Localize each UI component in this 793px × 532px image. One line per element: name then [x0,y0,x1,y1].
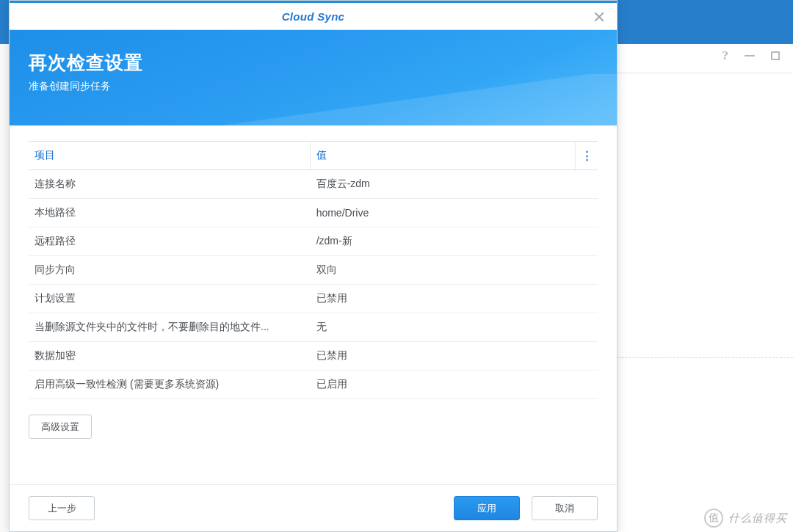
back-button[interactable]: 上一步 [29,496,95,520]
cell-value: 百度云-zdm [311,170,598,199]
dialog-footer: 上一步 应用 取消 [10,484,617,531]
dialog-titlebar: Cloud Sync [10,1,617,30]
cell-value: 已禁用 [311,285,598,313]
advanced-settings-button[interactable]: 高级设置 [29,415,92,439]
cell-item: 当删除源文件夹中的文件时，不要删除目的地文件... [29,313,311,342]
cell-value: home/Drive [311,199,598,227]
col-header-value[interactable]: 值 [311,142,575,170]
table-row: 计划设置已禁用 [29,285,598,313]
cell-value: 已禁用 [311,342,598,371]
cell-item: 启用高级一致性检测 (需要更多系统资源) [29,371,311,399]
dialog-body: 项目 值 ⋮ 连接名称百度云-zdm 本地路径home/Drive 远程路径/z… [10,125,617,484]
watermark-icon: 值 [704,509,723,528]
cancel-button[interactable]: 取消 [532,496,598,520]
cell-value: 已启用 [311,371,598,399]
maximize-icon[interactable] [771,51,780,60]
cell-item: 远程路径 [29,227,311,256]
table-row: 数据加密已禁用 [29,342,598,371]
cell-item: 连接名称 [29,170,311,199]
table-row: 同步方向双向 [29,256,598,285]
dialog-banner: 再次检查设置 准备创建同步任务 [10,30,617,125]
cell-item: 计划设置 [29,285,311,313]
table-row: 当删除源文件夹中的文件时，不要删除目的地文件...无 [29,313,598,342]
dialog-title: Cloud Sync [282,10,345,23]
cell-value: 双向 [311,256,598,285]
kebab-icon[interactable]: ⋮ [582,149,593,161]
settings-table: 项目 值 ⋮ 连接名称百度云-zdm 本地路径home/Drive 远程路径/z… [29,141,598,399]
banner-heading: 再次检查设置 [29,51,598,75]
table-row: 连接名称百度云-zdm [29,170,598,199]
table-row: 启用高级一致性检测 (需要更多系统资源)已启用 [29,371,598,399]
background-window-controls: ? [723,48,781,63]
cloud-sync-dialog: Cloud Sync 再次检查设置 准备创建同步任务 项目 值 ⋮ 连接名称百度… [9,0,618,532]
table-row: 远程路径/zdm-新 [29,227,598,256]
watermark-text: 什么值得买 [728,511,787,525]
cell-value: 无 [311,313,598,342]
cell-item: 同步方向 [29,256,311,285]
close-icon[interactable] [591,9,607,25]
cell-value: /zdm-新 [311,227,598,256]
minimize-icon[interactable] [745,55,755,57]
col-header-item[interactable]: 项目 [29,142,311,170]
cell-item: 数据加密 [29,342,311,371]
watermark: 值 什么值得买 [704,509,787,528]
banner-subheading: 准备创建同步任务 [29,80,598,93]
table-header-row: 项目 值 ⋮ [29,142,598,170]
apply-button[interactable]: 应用 [454,496,520,520]
col-header-actions[interactable]: ⋮ [575,142,598,170]
cell-item: 本地路径 [29,199,311,227]
help-icon[interactable]: ? [723,48,729,63]
table-row: 本地路径home/Drive [29,199,598,227]
